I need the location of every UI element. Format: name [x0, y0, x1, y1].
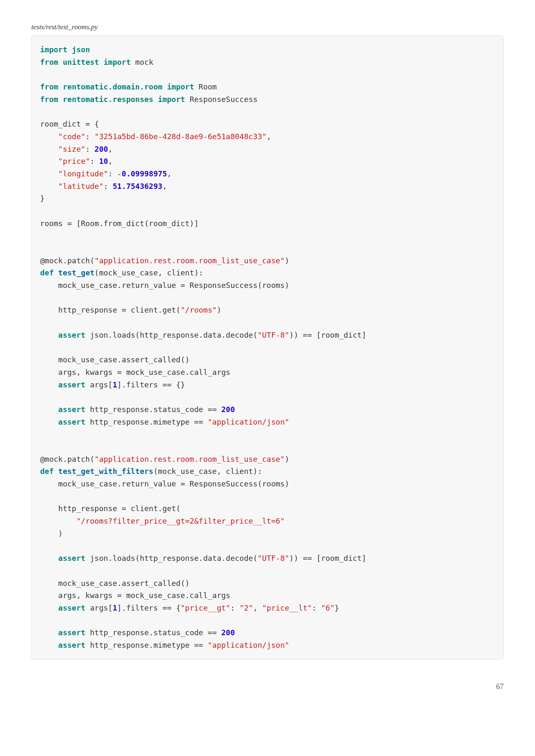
txt: ,	[163, 182, 167, 191]
num: 51.75436293	[112, 182, 162, 191]
kw-from: from	[40, 58, 58, 66]
str: "size"	[58, 145, 85, 153]
txt: : -	[108, 169, 122, 178]
mod-unittest: unittest	[63, 58, 99, 66]
txt: args, kwargs = mock_use_case.call_args	[40, 368, 230, 377]
txt: :	[230, 603, 239, 612]
txt: ,	[108, 145, 113, 153]
kw-assert: assert	[58, 641, 85, 649]
num: 200	[94, 145, 108, 153]
kw-assert: assert	[58, 603, 85, 612]
txt: http_response = client.get(	[40, 305, 181, 314]
txt: args[	[85, 603, 112, 612]
txt: http_response.mimetype ==	[85, 417, 208, 426]
kw-assert: assert	[58, 554, 85, 563]
kw-import: import	[158, 95, 185, 104]
str: "/rooms"	[181, 305, 217, 314]
kw-assert: assert	[58, 417, 85, 426]
kw-assert: assert	[58, 331, 85, 339]
mod: rentomatic.responses	[63, 95, 153, 104]
txt: ,	[108, 157, 113, 165]
txt: args[	[85, 380, 112, 389]
txt: Room	[194, 82, 217, 91]
str: "2"	[239, 603, 253, 612]
txt: )	[285, 455, 289, 463]
txt: )) == [room_dict]	[289, 331, 366, 339]
str: "UTF-8"	[257, 554, 289, 563]
kw-from: from	[40, 95, 58, 104]
txt: rooms = [Room.from_dict(room_dict)]	[40, 219, 199, 228]
num: 1	[112, 603, 117, 612]
txt: }	[40, 194, 45, 203]
txt: :	[312, 603, 321, 612]
txt: )	[40, 529, 63, 538]
kw-assert: assert	[58, 628, 85, 637]
kw-import: import	[40, 45, 67, 54]
txt: mock_use_case.assert_called()	[40, 579, 190, 588]
txt: ,	[253, 603, 262, 612]
txt: }	[335, 603, 339, 612]
txt: :	[104, 182, 113, 191]
page-number: 67	[31, 682, 504, 691]
txt: :	[85, 132, 94, 141]
str: "application.rest.room.room_list_use_cas…	[94, 455, 285, 463]
str: "latitude"	[58, 182, 103, 191]
str: "application/json"	[208, 641, 289, 649]
str: "3251a5bd-86be-428d-8ae9-6e51a8048c33"	[94, 132, 267, 141]
file-path-label: tests/rest/test_rooms.py	[31, 23, 504, 31]
num: 1	[112, 380, 117, 389]
kw-import: import	[104, 58, 131, 66]
txt: json.loads(http_response.data.decode(	[85, 554, 257, 563]
mod-json: json	[72, 45, 90, 54]
mod: rentomatic.domain.room	[63, 82, 162, 91]
fn-name: test_get_with_filters	[58, 467, 153, 476]
txt: ,	[167, 169, 171, 178]
txt: json.loads(http_response.data.decode(	[85, 331, 257, 339]
txt: http_response.mimetype ==	[85, 641, 208, 649]
txt: ,	[267, 132, 271, 141]
txt: args, kwargs = mock_use_case.call_args	[40, 591, 230, 600]
str: "UTF-8"	[257, 331, 289, 339]
str: "longitude"	[58, 169, 108, 178]
txt: (mock_use_case, client):	[153, 467, 262, 476]
code-block: import json from unittest import mock fr…	[31, 36, 504, 659]
txt: mock_use_case.return_value = ResponseSuc…	[40, 479, 289, 488]
txt: http_response = client.get(	[40, 504, 181, 513]
num: 200	[222, 405, 235, 414]
txt: http_response.status_code ==	[85, 628, 221, 637]
fn-name: test_get	[58, 268, 94, 277]
kw-assert: assert	[58, 380, 85, 389]
txt: )) == [room_dict]	[289, 554, 366, 563]
txt: mock_use_case.return_value = ResponseSuc…	[40, 281, 289, 290]
txt: :	[85, 145, 94, 153]
txt: room_dict = {	[40, 120, 99, 128]
kw-def: def	[40, 268, 54, 277]
num: 0.09998975	[122, 169, 167, 178]
str: "price__lt"	[262, 603, 312, 612]
str: "price"	[58, 157, 90, 165]
str: "6"	[321, 603, 335, 612]
txt: http_response.status_code ==	[85, 405, 221, 414]
str: "/rooms?filter_price__gt=2&filter_price_…	[76, 517, 285, 525]
str: "code"	[58, 132, 85, 141]
kw-def: def	[40, 467, 54, 476]
txt: )	[217, 305, 222, 314]
kw-import: import	[167, 82, 194, 91]
str: "application.rest.room.room_list_use_cas…	[94, 256, 285, 265]
decor: @mock.patch(	[40, 256, 94, 265]
txt: (mock_use_case, client):	[94, 268, 203, 277]
txt: :	[90, 157, 99, 165]
str: "application/json"	[208, 417, 289, 426]
txt: )	[285, 256, 289, 265]
txt: ResponseSuccess	[185, 95, 257, 104]
txt: mock	[131, 58, 153, 66]
txt: mock_use_case.assert_called()	[40, 355, 190, 364]
txt: ].filters == {	[117, 603, 181, 612]
kw-from: from	[40, 82, 58, 91]
num: 200	[222, 628, 235, 637]
kw-assert: assert	[58, 405, 85, 414]
num: 10	[99, 157, 108, 165]
decor: @mock.patch(	[40, 455, 94, 463]
txt: ].filters == {}	[117, 380, 185, 389]
str: "price__gt"	[181, 603, 230, 612]
